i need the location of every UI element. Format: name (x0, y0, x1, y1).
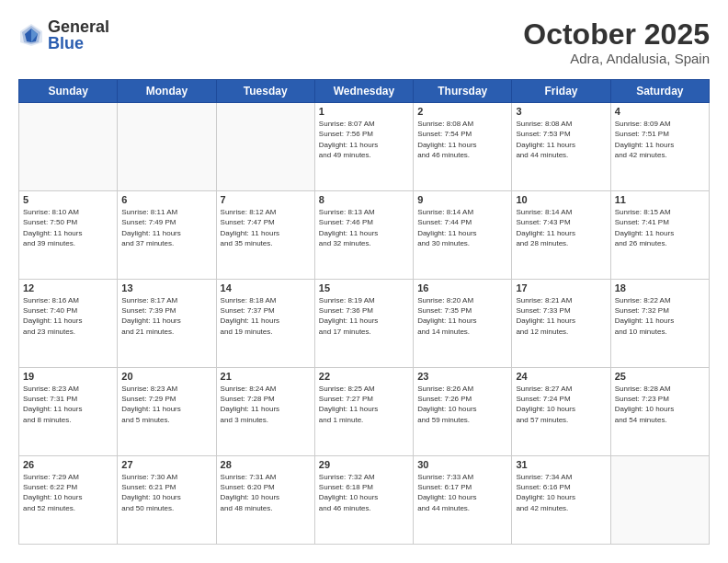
day-info: Sunrise: 8:14 AM Sunset: 7:43 PM Dayligh… (516, 207, 606, 248)
weekday-header-sunday: Sunday (19, 80, 118, 103)
day-info: Sunrise: 8:21 AM Sunset: 7:33 PM Dayligh… (516, 295, 606, 337)
calendar-cell: 12Sunrise: 8:16 AM Sunset: 7:40 PM Dayli… (19, 280, 118, 368)
calendar-cell: 26Sunrise: 7:29 AM Sunset: 6:22 PM Dayli… (19, 456, 118, 545)
day-number: 6 (121, 194, 211, 205)
day-info: Sunrise: 8:08 AM Sunset: 7:54 PM Dayligh… (417, 119, 507, 160)
weekday-header-row: SundayMondayTuesdayWednesdayThursdayFrid… (19, 80, 710, 103)
day-info: Sunrise: 8:27 AM Sunset: 7:24 PM Dayligh… (516, 384, 606, 425)
calendar-cell: 4Sunrise: 8:09 AM Sunset: 7:51 PM Daylig… (610, 103, 709, 191)
day-info: Sunrise: 8:22 AM Sunset: 7:32 PM Dayligh… (615, 295, 705, 337)
day-number: 16 (417, 282, 507, 293)
day-number: 5 (23, 194, 113, 205)
calendar-week-5: 26Sunrise: 7:29 AM Sunset: 6:22 PM Dayli… (19, 456, 710, 545)
day-info: Sunrise: 8:10 AM Sunset: 7:50 PM Dayligh… (23, 207, 113, 248)
day-number: 11 (615, 194, 705, 205)
logo-blue-text: Blue (48, 35, 109, 52)
calendar-cell: 22Sunrise: 8:25 AM Sunset: 7:27 PM Dayli… (314, 368, 413, 456)
calendar-cell: 7Sunrise: 8:12 AM Sunset: 7:47 PM Daylig… (216, 191, 314, 280)
day-info: Sunrise: 8:20 AM Sunset: 7:35 PM Dayligh… (417, 295, 507, 337)
calendar-cell: 13Sunrise: 8:17 AM Sunset: 7:39 PM Dayli… (118, 280, 216, 368)
day-info: Sunrise: 8:19 AM Sunset: 7:36 PM Dayligh… (319, 295, 409, 337)
logo-icon (18, 22, 44, 48)
calendar-cell: 9Sunrise: 8:14 AM Sunset: 7:44 PM Daylig… (414, 191, 512, 280)
calendar-cell: 10Sunrise: 8:14 AM Sunset: 7:43 PM Dayli… (512, 191, 610, 280)
day-number: 4 (615, 106, 705, 117)
calendar-cell (118, 103, 216, 191)
day-info: Sunrise: 7:29 AM Sunset: 6:22 PM Dayligh… (23, 472, 113, 513)
page: General Blue October 2025 Adra, Andalusi… (0, 0, 728, 563)
calendar-week-1: 1Sunrise: 8:07 AM Sunset: 7:56 PM Daylig… (19, 103, 710, 191)
calendar-cell: 6Sunrise: 8:11 AM Sunset: 7:49 PM Daylig… (118, 191, 216, 280)
weekday-header-friday: Friday (512, 80, 610, 103)
weekday-header-wednesday: Wednesday (314, 80, 413, 103)
title-month: October 2025 (523, 18, 710, 51)
day-number: 22 (319, 371, 409, 382)
calendar-cell: 20Sunrise: 8:23 AM Sunset: 7:29 PM Dayli… (118, 368, 216, 456)
day-number: 3 (516, 106, 606, 117)
weekday-header-tuesday: Tuesday (216, 80, 314, 103)
calendar-cell: 18Sunrise: 8:22 AM Sunset: 7:32 PM Dayli… (610, 280, 709, 368)
calendar-body: 1Sunrise: 8:07 AM Sunset: 7:56 PM Daylig… (19, 103, 710, 545)
day-info: Sunrise: 8:09 AM Sunset: 7:51 PM Dayligh… (615, 119, 705, 160)
calendar-cell: 5Sunrise: 8:10 AM Sunset: 7:50 PM Daylig… (19, 191, 118, 280)
day-info: Sunrise: 7:30 AM Sunset: 6:21 PM Dayligh… (121, 472, 211, 513)
weekday-header-monday: Monday (118, 80, 216, 103)
header: General Blue October 2025 Adra, Andalusi… (18, 18, 710, 66)
day-info: Sunrise: 8:14 AM Sunset: 7:44 PM Dayligh… (417, 207, 507, 248)
day-number: 30 (417, 459, 507, 470)
day-number: 26 (23, 459, 113, 470)
day-number: 18 (615, 282, 705, 293)
calendar-cell: 29Sunrise: 7:32 AM Sunset: 6:18 PM Dayli… (314, 456, 413, 545)
day-number: 23 (417, 371, 507, 382)
calendar-week-3: 12Sunrise: 8:16 AM Sunset: 7:40 PM Dayli… (19, 280, 710, 368)
title-location: Adra, Andalusia, Spain (523, 51, 710, 66)
day-info: Sunrise: 8:18 AM Sunset: 7:37 PM Dayligh… (221, 295, 311, 337)
day-info: Sunrise: 8:23 AM Sunset: 7:31 PM Dayligh… (23, 384, 113, 425)
day-number: 9 (417, 194, 507, 205)
calendar-cell: 1Sunrise: 8:07 AM Sunset: 7:56 PM Daylig… (314, 103, 413, 191)
weekday-header-saturday: Saturday (610, 80, 709, 103)
day-number: 14 (221, 282, 311, 293)
day-info: Sunrise: 7:32 AM Sunset: 6:18 PM Dayligh… (319, 472, 409, 513)
day-number: 15 (319, 282, 409, 293)
calendar-cell: 19Sunrise: 8:23 AM Sunset: 7:31 PM Dayli… (19, 368, 118, 456)
calendar-cell: 27Sunrise: 7:30 AM Sunset: 6:21 PM Dayli… (118, 456, 216, 545)
day-number: 13 (121, 282, 211, 293)
day-info: Sunrise: 8:13 AM Sunset: 7:46 PM Dayligh… (319, 207, 409, 248)
calendar-cell: 23Sunrise: 8:26 AM Sunset: 7:26 PM Dayli… (414, 368, 512, 456)
day-info: Sunrise: 8:15 AM Sunset: 7:41 PM Dayligh… (615, 207, 705, 248)
day-number: 21 (221, 371, 311, 382)
calendar-cell: 15Sunrise: 8:19 AM Sunset: 7:36 PM Dayli… (314, 280, 413, 368)
day-info: Sunrise: 8:26 AM Sunset: 7:26 PM Dayligh… (417, 384, 507, 425)
day-info: Sunrise: 8:28 AM Sunset: 7:23 PM Dayligh… (615, 384, 705, 425)
calendar-cell (610, 456, 709, 545)
day-info: Sunrise: 7:34 AM Sunset: 6:16 PM Dayligh… (516, 472, 606, 513)
calendar-cell: 8Sunrise: 8:13 AM Sunset: 7:46 PM Daylig… (314, 191, 413, 280)
day-info: Sunrise: 8:24 AM Sunset: 7:28 PM Dayligh… (221, 384, 311, 425)
day-number: 12 (23, 282, 113, 293)
calendar-cell: 25Sunrise: 8:28 AM Sunset: 7:23 PM Dayli… (610, 368, 709, 456)
day-number: 24 (516, 371, 606, 382)
day-number: 19 (23, 371, 113, 382)
logo: General Blue (18, 18, 109, 52)
calendar-cell: 17Sunrise: 8:21 AM Sunset: 7:33 PM Dayli… (512, 280, 610, 368)
day-info: Sunrise: 8:08 AM Sunset: 7:53 PM Dayligh… (516, 119, 606, 160)
day-info: Sunrise: 8:07 AM Sunset: 7:56 PM Dayligh… (319, 119, 409, 160)
day-info: Sunrise: 7:33 AM Sunset: 6:17 PM Dayligh… (417, 472, 507, 513)
calendar-cell: 14Sunrise: 8:18 AM Sunset: 7:37 PM Dayli… (216, 280, 314, 368)
day-info: Sunrise: 7:31 AM Sunset: 6:20 PM Dayligh… (221, 472, 311, 513)
day-number: 7 (221, 194, 311, 205)
calendar-cell: 31Sunrise: 7:34 AM Sunset: 6:16 PM Dayli… (512, 456, 610, 545)
calendar-week-4: 19Sunrise: 8:23 AM Sunset: 7:31 PM Dayli… (19, 368, 710, 456)
day-number: 2 (417, 106, 507, 117)
logo-general-text: General (48, 18, 109, 35)
calendar-cell: 2Sunrise: 8:08 AM Sunset: 7:54 PM Daylig… (414, 103, 512, 191)
logo-text: General Blue (48, 18, 109, 52)
calendar-cell: 28Sunrise: 7:31 AM Sunset: 6:20 PM Dayli… (216, 456, 314, 545)
calendar-header: SundayMondayTuesdayWednesdayThursdayFrid… (19, 80, 710, 103)
day-number: 29 (319, 459, 409, 470)
day-info: Sunrise: 8:23 AM Sunset: 7:29 PM Dayligh… (121, 384, 211, 425)
day-number: 8 (319, 194, 409, 205)
day-number: 20 (121, 371, 211, 382)
day-info: Sunrise: 8:16 AM Sunset: 7:40 PM Dayligh… (23, 295, 113, 337)
